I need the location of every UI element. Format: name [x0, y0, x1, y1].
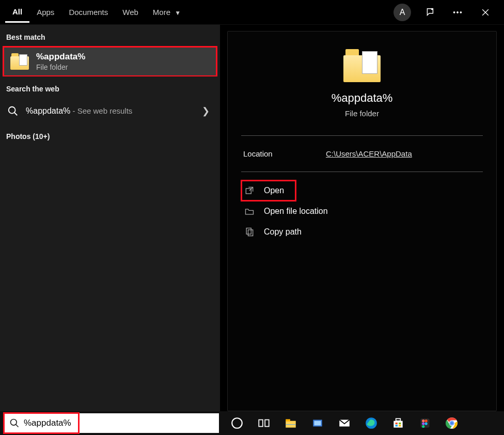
actions-list: Open Open file location Copy path	[241, 177, 483, 242]
settings-app-icon[interactable]	[310, 415, 325, 431]
close-icon[interactable]	[476, 3, 495, 22]
svg-rect-14	[259, 420, 263, 427]
folder-icon	[10, 53, 29, 70]
results-column: Best match %appdata% File folder Search …	[0, 25, 220, 411]
chevron-right-icon: ❯	[202, 105, 213, 117]
tab-web[interactable]: Web	[115, 3, 146, 22]
svg-point-32	[422, 425, 424, 428]
feedback-icon[interactable]	[420, 3, 439, 22]
svg-rect-10	[248, 230, 253, 236]
cortana-icon[interactable]	[229, 415, 245, 431]
search-body: Best match %appdata% File folder Search …	[0, 25, 504, 411]
preview-title: %appdata%	[332, 91, 393, 105]
svg-point-38	[450, 422, 453, 425]
search-input[interactable]	[24, 418, 214, 428]
svg-point-6	[9, 107, 15, 114]
svg-point-31	[422, 422, 424, 425]
svg-line-12	[16, 425, 19, 427]
location-row: Location C:\Users\ACER\AppData	[241, 141, 483, 166]
best-match-result[interactable]: %appdata% File folder	[3, 46, 217, 76]
folder-icon	[343, 49, 381, 82]
tab-more[interactable]: More ▼	[146, 3, 188, 22]
chrome-icon[interactable]	[444, 415, 460, 431]
more-options-icon[interactable]	[448, 3, 467, 22]
svg-rect-24	[396, 418, 401, 421]
web-query: %appdata%	[26, 106, 70, 115]
action-copy-path[interactable]: Copy path	[241, 222, 483, 242]
svg-point-33	[425, 420, 428, 422]
search-icon	[9, 418, 20, 428]
user-avatar[interactable]: A	[393, 4, 411, 21]
header-actions: A	[393, 3, 499, 22]
svg-point-0	[431, 8, 433, 10]
action-open-loc-label: Open file location	[264, 207, 328, 216]
best-match-title: %appdata%	[36, 52, 85, 62]
preview-card: %appdata% File folder Location C:\Users\…	[227, 31, 497, 411]
section-search-web: Search the web	[0, 76, 220, 98]
copy-icon	[244, 227, 255, 237]
svg-point-11	[11, 420, 17, 426]
svg-rect-27	[396, 425, 398, 426]
location-path[interactable]: C:\Users\ACER\AppData	[326, 149, 412, 158]
svg-rect-17	[286, 419, 290, 421]
taskbar-apps	[226, 411, 463, 435]
web-hint: - See web results	[70, 106, 132, 115]
divider	[241, 172, 483, 172]
tab-apps[interactable]: Apps	[29, 3, 61, 22]
action-copy-path-label: Copy path	[264, 227, 302, 237]
folder-open-icon	[244, 206, 255, 216]
tab-more-label: More	[153, 8, 170, 17]
figma-icon[interactable]	[417, 415, 433, 431]
svg-point-34	[425, 422, 428, 425]
preview-column: %appdata% File folder Location C:\Users\…	[220, 25, 504, 411]
search-filter-tabs: All Apps Documents Web More ▼ A	[0, 0, 504, 25]
open-icon	[244, 185, 255, 196]
edge-icon[interactable]	[364, 415, 379, 431]
search-icon	[7, 105, 19, 117]
location-label: Location	[243, 149, 305, 158]
taskbar	[0, 411, 504, 435]
svg-point-2	[457, 11, 459, 13]
action-open-file-location[interactable]: Open file location	[241, 201, 483, 222]
microsoft-store-icon[interactable]	[390, 415, 406, 431]
divider	[241, 135, 483, 136]
file-explorer-icon[interactable]	[283, 415, 298, 431]
section-best-match: Best match	[0, 25, 220, 46]
svg-point-3	[460, 11, 462, 13]
action-open-label: Open	[264, 186, 284, 195]
section-photos[interactable]: Photos (10+)	[0, 124, 220, 146]
windows-search-panel: All Apps Documents Web More ▼ A Best mat…	[0, 0, 504, 411]
svg-rect-25	[396, 423, 398, 424]
svg-rect-18	[286, 424, 296, 425]
task-view-icon[interactable]	[256, 415, 272, 431]
svg-point-1	[453, 11, 455, 13]
taskbar-search-box[interactable]	[4, 413, 219, 433]
svg-rect-9	[246, 228, 251, 235]
svg-line-7	[14, 113, 18, 116]
tab-documents[interactable]: Documents	[61, 3, 115, 22]
svg-point-13	[232, 418, 242, 428]
svg-rect-15	[265, 420, 269, 427]
web-search-result[interactable]: %appdata% - See web results ❯	[0, 98, 220, 124]
tab-all[interactable]: All	[5, 2, 29, 23]
svg-rect-20	[314, 421, 321, 426]
preview-subtitle: File folder	[345, 109, 379, 118]
mail-icon[interactable]	[337, 415, 352, 431]
svg-rect-26	[399, 423, 401, 424]
svg-point-30	[422, 420, 424, 422]
best-match-text: %appdata% File folder	[36, 52, 85, 71]
chevron-down-icon: ▼	[175, 9, 181, 17]
svg-rect-28	[399, 425, 401, 426]
avatar-initial: A	[400, 8, 405, 17]
svg-rect-23	[393, 421, 402, 428]
best-match-subtitle: File folder	[36, 63, 85, 71]
action-open[interactable]: Open	[241, 180, 296, 201]
